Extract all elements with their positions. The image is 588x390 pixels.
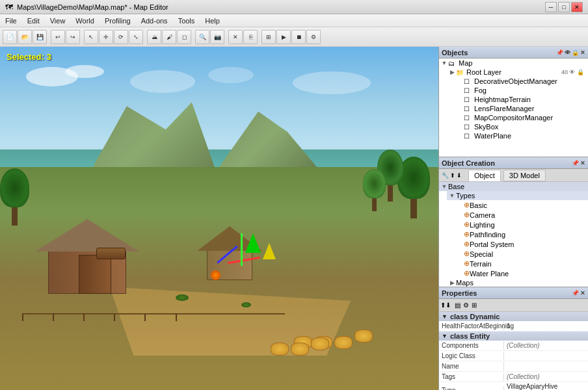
creation-panel-title: Object Creation [442,159,495,167]
creation-panel-header: Object Creation 📌 ✕ [439,157,588,169]
menu-addons[interactable]: Add-ons [136,16,173,26]
clouds [0,64,438,133]
redo-button[interactable]: ↪ [66,30,80,44]
toolbar: 📄 📂 💾 ↩ ↪ ↖ ✛ ⟳ ⤡ ⛰ 🖌 ◻ 🔍 📷 ✕ ⎘ ⊞ ▶ ⏹ ⚙ [0,27,588,47]
props-filter-icon[interactable]: ▤ [455,302,461,309]
creation-icon2[interactable]: ⬆ [450,172,455,179]
properties-panel-header: Properties 📌 ✕ [439,287,588,299]
save-button[interactable]: 💾 [33,30,47,44]
creation-tree-special[interactable]: ⊕ Special [455,249,588,259]
selected-label: Selected: 3 [7,52,51,62]
menubar: File Edit View World Profiling Add-ons T… [0,14,588,27]
tree-item-skybox[interactable]: ☐ SkyBox [455,122,588,131]
props-sort-icon[interactable]: ⬆⬇ [440,302,451,309]
menu-world[interactable]: World [70,16,100,26]
menu-file[interactable]: File [0,16,22,26]
creation-toolbar: 🔧 ⬆ ⬇ Object 3D Model [439,169,588,182]
creation-tree-basic[interactable]: ⊕ Basic [455,200,588,210]
grid-button[interactable]: ⊞ [261,30,276,44]
menu-profiling[interactable]: Profiling [100,16,136,26]
creation-tree-lighting[interactable]: ⊕ Lighting [455,220,588,229]
tree-item-decobj[interactable]: ☐ DecorativeObjectManager [455,77,588,86]
tree-item-mapcomp[interactable]: ☐ MapCompositorManager [455,113,588,122]
open-button[interactable]: 📂 [18,30,32,44]
objects-pin-icon[interactable]: 📌 [556,49,563,56]
objects-tree[interactable]: ▼ 🗂 Map ▶ 📁 Root Layer 40 👁 🔒 ☐ Decorati… [439,58,588,157]
prop-group-dynamic[interactable]: ▼ class Dynamic [439,312,588,321]
eraser-button[interactable]: ◻ [177,30,191,44]
tree-item-fog[interactable]: ☐ Fog [455,86,588,95]
stop-button[interactable]: ⏹ [291,30,306,44]
selected-marker-green [245,233,261,253]
tree-item-terrain[interactable]: ☐ HeightmapTerrain [455,95,588,104]
prop-healthfactor: HealthFactorAtBeginning 1 [439,321,588,332]
tab-object[interactable]: Object [468,170,501,181]
tree-item-map[interactable]: ▼ 🗂 Map [439,58,588,68]
viewport[interactable]: Selected: 3 [0,47,438,390]
props-expand-icon[interactable]: ⊞ [472,302,477,309]
objects-panel-header: Objects 📌 👁 🔒 ✕ [439,47,588,58]
props-close-icon[interactable]: ✕ [580,290,585,296]
creation-icon1[interactable]: 🔧 [442,172,449,179]
scale-button[interactable]: ⤡ [129,30,143,44]
move-button[interactable]: ✛ [99,30,113,44]
creation-tree-waterplane2[interactable]: ⊕ Water Plane [455,268,588,278]
tab-3dmodel[interactable]: 3D Model [503,170,546,181]
new-button[interactable]: 📄 [3,30,17,44]
titlebar-title: Maps\VillageDemo\Map\Map.map* - Map Edit… [17,3,168,11]
properties-content[interactable]: ▼ class Dynamic HealthFactorAtBeginning … [439,312,588,390]
creation-icon3[interactable]: ⬇ [457,172,462,179]
creation-tree[interactable]: ▼ Base ▼ Types ⊕ Basic ⊕ Camera [439,182,588,287]
creation-tree-base[interactable]: ▼ Base [439,182,588,191]
props-pin-icon[interactable]: 📌 [572,290,579,296]
titlebar: 🗺 Maps\VillageDemo\Map\Map.map* - Map Ed… [0,0,588,14]
titlebar-controls: ─ □ ✕ [545,2,583,12]
camera-button[interactable]: 📷 [210,30,224,44]
minimize-button[interactable]: ─ [545,2,557,12]
tree-item-lensflare[interactable]: ☐ LensFlareManager [455,104,588,113]
prop-type: Type VillageApiaryHive (Dynamic) [439,382,588,390]
maximize-button[interactable]: □ [558,2,570,12]
objects-lock-icon[interactable]: 🔒 [572,49,579,56]
zoom-button[interactable]: 🔍 [195,30,209,44]
menu-tools[interactable]: Tools [173,16,200,26]
creation-close-icon[interactable]: ✕ [580,160,585,166]
creation-tree-terrain2[interactable]: ⊕ Terrain [455,259,588,268]
terrain-button[interactable]: ⛰ [147,30,161,44]
main-area: Selected: 3 Objects 📌 👁 🔒 ✕ ▼ 🗂 Map [0,47,588,390]
right-panel: Objects 📌 👁 🔒 ✕ ▼ 🗂 Map ▶ 📁 Root Lay [438,47,588,390]
creation-panel: Object Creation 📌 ✕ 🔧 ⬆ ⬇ Object 3D Mode… [439,157,588,287]
close-button[interactable]: ✕ [571,2,583,12]
prop-name: Name [439,361,588,372]
creation-tree-portalsystem[interactable]: ⊕ Portal System [455,239,588,249]
properties-panel-title: Properties [442,289,477,297]
select-button[interactable]: ↖ [84,30,98,44]
creation-tree-pathfinding[interactable]: ⊕ Pathfinding [455,229,588,239]
creation-tree-types[interactable]: ▼ Types [447,191,588,200]
objects-close-icon[interactable]: ✕ [580,49,585,56]
objects-panel-title: Objects [442,49,468,57]
rotate-button[interactable]: ⟳ [114,30,128,44]
play-button[interactable]: ▶ [276,30,291,44]
settings-button[interactable]: ⚙ [306,30,321,44]
app-icon: 🗺 [5,3,13,12]
prop-logicclass: Logic Class [439,351,588,361]
copy-button[interactable]: ⎘ [243,30,258,44]
properties-panel: Properties 📌 ✕ ⬆⬇ ▤ ⚙ ⊞ ▼ class Dynamic [439,287,588,390]
prop-group-entity[interactable]: ▼ class Entity [439,332,588,341]
props-settings-icon[interactable]: ⚙ [463,302,469,309]
delete-button[interactable]: ✕ [228,30,243,44]
undo-button[interactable]: ↩ [51,30,65,44]
creation-pin-icon[interactable]: 📌 [572,160,579,166]
selected-marker-yellow [263,243,276,259]
properties-toolbar: ⬆⬇ ▤ ⚙ ⊞ [439,299,588,312]
menu-help[interactable]: Help [200,16,225,26]
menu-edit[interactable]: Edit [22,16,45,26]
creation-tree-maps[interactable]: ▶ Maps [447,278,588,287]
menu-view[interactable]: View [45,16,71,26]
creation-tree-camera[interactable]: ⊕ Camera [455,210,588,220]
objects-eye-icon[interactable]: 👁 [565,49,570,56]
brush-button[interactable]: 🖌 [162,30,176,44]
tree-item-rootlayer[interactable]: ▶ 📁 Root Layer 40 👁 🔒 [447,68,588,77]
tree-item-waterplane[interactable]: ☐ WaterPlane [455,131,588,140]
